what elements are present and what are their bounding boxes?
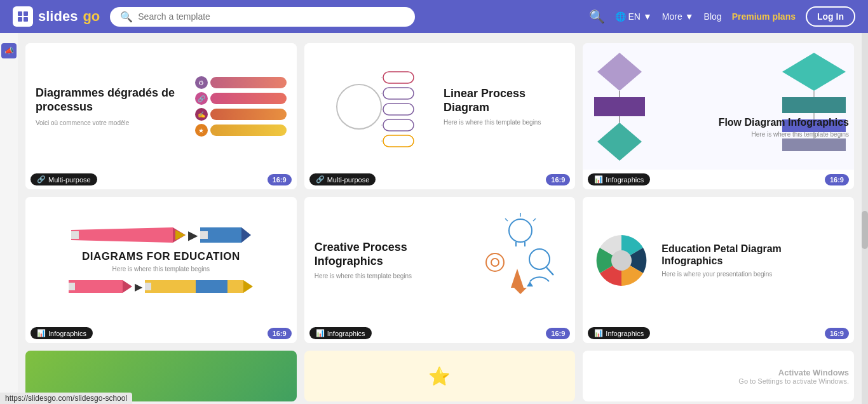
- card1-text-area: Diagrammes dégradés de processus Voici o…: [36, 86, 189, 126]
- svg-rect-3: [24, 17, 28, 22]
- windows-activation: Activate Windows Go to Settings to activ…: [738, 368, 849, 385]
- logo[interactable]: slidesgo: [13, 6, 100, 27]
- card5-text-area: Creative Process Infographics Here is wh…: [315, 241, 470, 279]
- card3-footer: 📊 Infographics 16:9: [583, 170, 854, 189]
- header-right: 🔍 🌐 EN ▼ More ▼ Blog Premium plans Log I…: [589, 6, 855, 27]
- card1-footer: 🔗 Multi-purpose 16:9: [25, 170, 297, 189]
- card2-diagram: [315, 59, 436, 154]
- card-partial-bottom-middle[interactable]: ⭐: [304, 351, 576, 401]
- svg-rect-40: [196, 280, 227, 293]
- svg-line-45: [505, 219, 508, 221]
- card3-category: 📊 Infographics: [588, 173, 650, 185]
- svg-rect-8: [383, 119, 414, 131]
- url-bar: https://slidesgo.com/slidesgo-school: [0, 393, 132, 404]
- card6-text-area: Education Petal Diagram Infographics Her…: [656, 243, 844, 278]
- search-button[interactable]: 🔍: [589, 9, 605, 24]
- svg-point-49: [529, 249, 550, 269]
- chart-icon5: 📊: [316, 329, 325, 337]
- link-icon2: 🔗: [316, 175, 325, 184]
- card1-ratio: 16:9: [268, 174, 292, 185]
- svg-point-41: [509, 219, 532, 242]
- card1-bar-grid: ⚙ 🔗 ✍: [195, 76, 287, 137]
- card-partial-bottom-right[interactable]: Activate Windows Go to Settings to activ…: [583, 351, 854, 401]
- card5-ratio: 16:9: [546, 328, 570, 339]
- card4-title-area: DIAGRAMS FOR EDUCATION Here is where thi…: [74, 250, 248, 273]
- language-selector[interactable]: 🌐 EN ▼: [615, 11, 652, 22]
- link-icon: 🔗: [37, 175, 46, 184]
- svg-rect-21: [782, 97, 846, 113]
- announcement-icon[interactable]: 📣: [1, 43, 17, 58]
- svg-rect-9: [383, 135, 414, 147]
- card5-illustration: [476, 212, 565, 309]
- card2-category: 🔗 Multi-purpose: [309, 173, 376, 185]
- search-icon: 🔍: [120, 11, 133, 23]
- svg-marker-32: [241, 227, 251, 243]
- card6-image: Education Petal Diagram Infographics Her…: [583, 197, 854, 323]
- globe-icon: 🌐: [615, 11, 626, 22]
- scrollbar-thumb[interactable]: [862, 211, 868, 249]
- chevron-down-icon-more: ▼: [685, 11, 694, 22]
- card-flow-diagram[interactable]: Flow Diagram Infographics Here is where …: [583, 43, 854, 189]
- more-menu-button[interactable]: More ▼: [662, 11, 694, 22]
- card4-bottom-pencils: ▶: [39, 278, 283, 295]
- card6-category: 📊 Infographics: [588, 327, 650, 339]
- search-bar[interactable]: 🔍: [110, 7, 415, 27]
- svg-rect-0: [18, 11, 22, 16]
- svg-rect-29: [71, 231, 79, 239]
- svg-marker-30: [175, 230, 186, 240]
- svg-point-54: [611, 250, 632, 271]
- svg-point-47: [486, 253, 504, 271]
- svg-line-50: [546, 267, 553, 275]
- card-education-diagrams[interactable]: ▶ DIAGRAMS FOR EDUCATION Here is where t…: [25, 197, 297, 343]
- sidebar-left: 📣: [0, 33, 18, 404]
- logo-icon: [13, 6, 33, 27]
- svg-point-4: [337, 84, 381, 129]
- chart-icon4: 📊: [37, 329, 46, 337]
- search-input[interactable]: [138, 11, 405, 22]
- card4-footer: 📊 Infographics 16:9: [25, 323, 297, 343]
- svg-rect-23: [782, 138, 846, 151]
- card2-subtitle: Here is where this template begins: [444, 119, 565, 126]
- svg-marker-35: [123, 280, 132, 293]
- card2-image: Linear Process Diagram Here is where thi…: [304, 43, 576, 170]
- svg-marker-52: [514, 288, 527, 294]
- activate-windows-subtext: Go to Settings to activate Windows.: [738, 377, 849, 385]
- main-content: 📣 Diagrammes dégradés de processus Voici…: [0, 33, 868, 404]
- premium-link[interactable]: Premium plans: [732, 11, 796, 22]
- card3-image: Flow Diagram Infographics Here is where …: [583, 43, 854, 170]
- svg-rect-1: [24, 11, 28, 16]
- logo-text-slides: slides: [38, 8, 78, 25]
- card4-image: ▶ DIAGRAMS FOR EDUCATION Here is where t…: [25, 197, 297, 323]
- svg-rect-16: [594, 97, 645, 116]
- card-education-petal[interactable]: Education Petal Diagram Infographics Her…: [583, 197, 854, 343]
- svg-rect-7: [383, 104, 414, 115]
- card4-title: DIAGRAMS FOR EDUCATION: [82, 250, 240, 263]
- chart-icon6: 📊: [594, 329, 603, 337]
- card4-top-pencils: ▶: [39, 225, 283, 245]
- login-button[interactable]: Log In: [806, 6, 855, 27]
- card-creative-process[interactable]: Creative Process Infographics Here is wh…: [304, 197, 576, 343]
- svg-rect-39: [145, 283, 151, 290]
- card6-ratio: 16:9: [825, 328, 849, 339]
- card5-image: Creative Process Infographics Here is wh…: [304, 197, 576, 323]
- card2-ratio: 16:9: [546, 174, 570, 185]
- svg-marker-20: [782, 53, 846, 91]
- card4-subtitle: Here is where this template begins: [82, 266, 240, 273]
- svg-rect-33: [200, 231, 208, 239]
- activate-windows-text: Activate Windows: [738, 368, 849, 377]
- more-label: More: [662, 11, 682, 22]
- card5-subtitle: Here is where this template begins: [315, 273, 465, 279]
- card6-footer: 📊 Infographics 16:9: [583, 323, 854, 343]
- card3-right: [651, 50, 849, 164]
- card-linear-process[interactable]: Linear Process Diagram Here is where thi…: [304, 43, 576, 189]
- card-diagrammes[interactable]: Diagrammes dégradés de processus Voici o…: [25, 43, 297, 189]
- blog-link[interactable]: Blog: [704, 11, 722, 22]
- card3-title: Flow Diagram Infographics: [719, 116, 849, 128]
- svg-rect-6: [383, 88, 414, 99]
- card4-category: 📊 Infographics: [31, 327, 93, 339]
- card6-chart: [593, 232, 650, 289]
- scrollbar[interactable]: [862, 33, 868, 404]
- card6-title: Education Petal Diagram Infographics: [661, 243, 844, 267]
- card2-text-area: Linear Process Diagram Here is where thi…: [444, 87, 565, 125]
- card1-category: 🔗 Multi-purpose: [31, 173, 97, 185]
